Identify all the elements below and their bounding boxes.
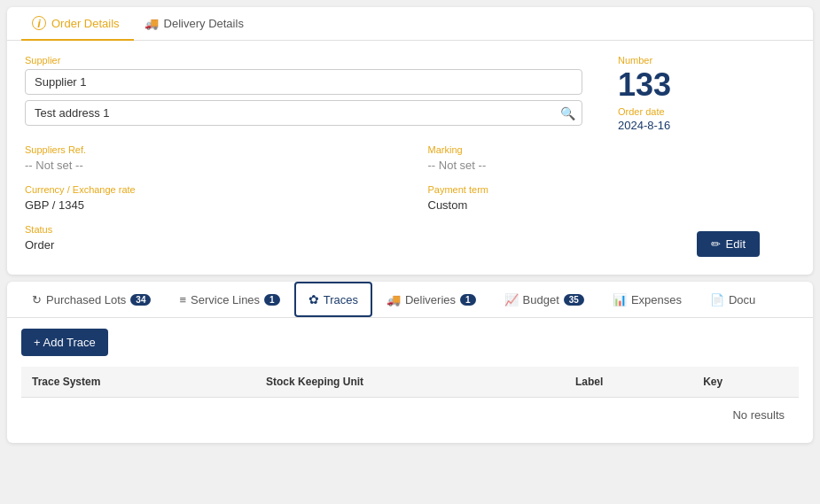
order-number: 133 bbox=[618, 69, 795, 101]
tab-expenses-label: Expenses bbox=[631, 293, 682, 306]
tab-purchased-lots-label: Purchased Lots bbox=[46, 293, 126, 306]
docu-icon: 📄 bbox=[710, 293, 724, 306]
add-trace-label: + Add Trace bbox=[34, 336, 96, 349]
edit-button-label: Edit bbox=[726, 237, 746, 251]
status-label: Status bbox=[25, 224, 661, 235]
add-trace-button[interactable]: + Add Trace bbox=[21, 329, 108, 356]
col-trace-system: Trace System bbox=[21, 367, 255, 398]
tab-delivery-details-label: Delivery Details bbox=[164, 17, 244, 30]
status-value: Order bbox=[25, 238, 661, 252]
payment-term-label: Payment term bbox=[428, 184, 796, 195]
expenses-icon: 📊 bbox=[613, 293, 627, 306]
tab-docu-label: Docu bbox=[729, 293, 755, 306]
section-tabs: ↻ Purchased Lots 34 ≡ Service Lines 1 ✿ … bbox=[7, 282, 813, 318]
service-lines-badge: 1 bbox=[264, 294, 280, 306]
address-input[interactable] bbox=[25, 100, 582, 126]
tab-traces[interactable]: ✿ Traces bbox=[294, 282, 372, 317]
card-tabs: i Order Details 🚚 Delivery Details bbox=[7, 7, 813, 41]
tab-service-lines[interactable]: ≡ Service Lines 1 bbox=[165, 283, 293, 317]
currency-value: GBP / 1345 bbox=[25, 198, 393, 212]
tab-traces-label: Traces bbox=[324, 293, 358, 306]
currency-label: Currency / Exchange rate bbox=[25, 184, 393, 195]
number-label: Number bbox=[618, 55, 795, 66]
service-lines-icon: ≡ bbox=[179, 293, 186, 306]
no-results-text: No results bbox=[21, 398, 799, 432]
marking-value: -- Not set -- bbox=[428, 159, 796, 172]
address-search-button[interactable]: 🔍 bbox=[560, 106, 575, 120]
purchased-lots-badge: 34 bbox=[130, 294, 151, 306]
budget-icon: 📈 bbox=[504, 293, 519, 306]
edit-icon: ✏ bbox=[711, 237, 721, 251]
order-details-icon: i bbox=[32, 16, 46, 30]
tab-delivery-details[interactable]: 🚚 Delivery Details bbox=[134, 7, 258, 41]
budget-badge: 35 bbox=[564, 294, 584, 306]
purchased-lots-icon: ↻ bbox=[32, 293, 42, 306]
tab-service-lines-label: Service Lines bbox=[191, 293, 260, 306]
tab-order-details-label: Order Details bbox=[51, 17, 120, 30]
deliveries-icon: 🚚 bbox=[387, 293, 401, 306]
traces-content: + Add Trace Trace System Stock Keeping U… bbox=[7, 318, 813, 443]
tab-purchased-lots[interactable]: ↻ Purchased Lots 34 bbox=[18, 283, 165, 317]
tab-docu[interactable]: 📄 Docu bbox=[696, 283, 769, 317]
supplier-input[interactable] bbox=[25, 69, 582, 95]
tab-order-details[interactable]: i Order Details bbox=[21, 7, 134, 41]
edit-button[interactable]: ✏ Edit bbox=[697, 231, 760, 257]
col-label: Label bbox=[565, 367, 692, 398]
order-date-label: Order date bbox=[618, 106, 795, 117]
traces-table: Trace System Stock Keeping Unit Label Ke… bbox=[21, 367, 799, 398]
tab-deliveries-label: Deliveries bbox=[405, 293, 456, 306]
traces-icon: ✿ bbox=[308, 292, 319, 306]
deliveries-badge: 1 bbox=[460, 294, 476, 306]
suppliers-ref-value: -- Not set -- bbox=[25, 159, 393, 172]
tab-deliveries[interactable]: 🚚 Deliveries 1 bbox=[372, 283, 490, 317]
col-sku: Stock Keeping Unit bbox=[255, 367, 565, 398]
delivery-icon: 🚚 bbox=[144, 17, 159, 30]
order-date-value: 2024-8-16 bbox=[618, 119, 795, 132]
marking-label: Marking bbox=[428, 144, 796, 155]
col-key: Key bbox=[692, 367, 799, 398]
tab-expenses[interactable]: 📊 Expenses bbox=[598, 283, 696, 317]
payment-term-value: Custom bbox=[428, 198, 796, 212]
tab-budget-label: Budget bbox=[523, 293, 559, 306]
supplier-label: Supplier bbox=[25, 55, 582, 66]
tab-budget[interactable]: 📈 Budget 35 bbox=[490, 283, 598, 317]
suppliers-ref-label: Suppliers Ref. bbox=[25, 144, 393, 155]
